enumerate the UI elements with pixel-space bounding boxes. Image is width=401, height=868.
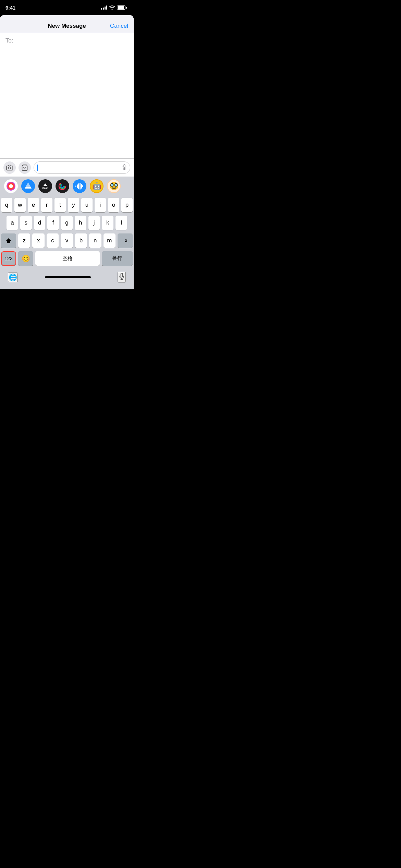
numbers-key[interactable]: 123 [1,251,16,266]
keyboard-row-4: 123 😊 空格 换行 [1,251,133,266]
key-q[interactable]: q [1,198,12,212]
keyboard: q w e r t y u i o p a s d f g h j k l [0,196,134,289]
emoji-key[interactable]: 😊 [18,251,33,266]
key-o[interactable]: o [108,198,119,212]
battery-icon [117,5,127,10]
home-indicator [45,276,91,278]
key-k[interactable]: k [102,216,113,230]
delete-key[interactable] [118,233,133,248]
key-a[interactable]: a [7,216,18,230]
keyboard-row-2: a s d f g h j k l [1,216,133,230]
key-i[interactable]: i [95,198,106,212]
apple-cash-icon[interactable]: Cash [38,179,52,193]
svg-point-8 [58,182,66,190]
status-time: 9:41 [5,5,15,11]
camera-button[interactable] [3,161,16,174]
svg-rect-13 [77,184,78,188]
appstore-icon[interactable] [21,179,35,193]
input-toolbar [0,158,134,177]
key-h[interactable]: h [75,216,86,230]
activity-icon[interactable] [56,179,69,193]
keyboard-row-1: q w e r t y u i o p [1,198,133,212]
shift-key[interactable] [1,233,16,248]
key-l[interactable]: l [116,216,127,230]
svg-rect-17 [82,185,83,187]
soundwave-icon[interactable] [73,179,86,193]
key-n[interactable]: n [89,233,101,248]
app-container: New Message Cancel To: [0,15,134,289]
signal-bars-icon [101,5,107,10]
key-d[interactable]: d [34,216,46,230]
shift-icon [5,238,12,244]
key-p[interactable]: p [121,198,133,212]
compose-title: New Message [48,23,86,29]
status-bar: 9:41 [0,0,134,15]
key-m[interactable]: m [104,233,116,248]
key-u[interactable]: u [81,198,93,212]
key-w[interactable]: w [14,198,26,212]
key-f[interactable]: f [47,216,59,230]
key-x[interactable]: x [32,233,44,248]
camera-icon [6,164,13,171]
message-body[interactable] [0,48,134,158]
delete-icon [122,238,129,243]
to-field[interactable]: To: [0,33,134,48]
to-input[interactable] [16,37,128,44]
globe-key[interactable]: 🌐 [8,273,18,282]
app-icons-row: Cash 🤖 🥸 [0,177,134,196]
return-key[interactable]: 换行 [102,251,133,266]
svg-rect-12 [75,185,76,187]
photos-app-icon[interactable] [4,179,18,193]
text-cursor [37,165,38,171]
apps-button[interactable] [19,161,31,174]
svg-rect-16 [81,184,82,189]
key-t[interactable]: t [54,198,66,212]
keyboard-bottom-bar: 🌐 [1,269,133,289]
status-icons [101,5,127,10]
keyboard-mic-icon [118,273,125,280]
key-s[interactable]: s [20,216,32,230]
compose-header: New Message Cancel [0,15,134,33]
to-label: To: [5,37,13,44]
key-j[interactable]: j [88,216,100,230]
keyboard-row-3: z x c v b n m [1,233,133,248]
key-g[interactable]: g [61,216,73,230]
cancel-button[interactable]: Cancel [110,23,128,29]
svg-rect-15 [80,183,81,190]
space-key[interactable]: 空格 [35,251,100,266]
dictation-button[interactable] [122,164,127,171]
key-c[interactable]: c [47,233,59,248]
keyboard-dictation-button[interactable] [118,272,126,282]
svg-point-0 [9,167,11,169]
svg-rect-14 [78,183,79,189]
memoji1-icon[interactable]: 🤖 [90,179,104,193]
memoji2-icon[interactable]: 🥸 [107,179,121,193]
key-y[interactable]: y [68,198,79,212]
microphone-icon [122,164,127,170]
key-r[interactable]: r [41,198,52,212]
key-e[interactable]: e [28,198,39,212]
key-v[interactable]: v [61,233,73,248]
key-b[interactable]: b [75,233,87,248]
wifi-icon [109,5,115,10]
apps-icon [21,164,28,171]
key-z[interactable]: z [18,233,30,248]
message-input-wrap[interactable] [34,161,130,174]
